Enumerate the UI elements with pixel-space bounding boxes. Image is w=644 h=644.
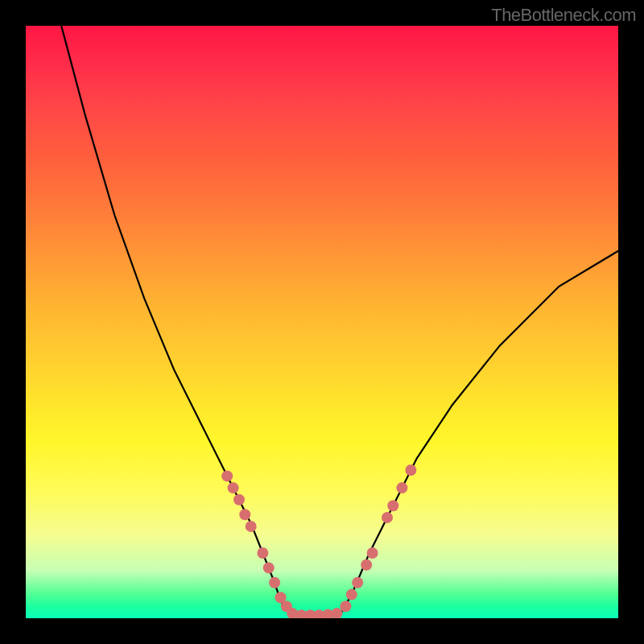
- bottleneck-curve: [61, 26, 618, 617]
- data-point: [382, 512, 393, 523]
- data-point: [346, 589, 357, 601]
- data-point: [228, 482, 239, 493]
- plot-area: [26, 26, 618, 618]
- data-point: [352, 577, 363, 588]
- data-point: [396, 482, 407, 493]
- data-point: [221, 470, 233, 481]
- data-point: [405, 464, 416, 476]
- data-point: [387, 500, 398, 511]
- data-point: [257, 547, 268, 559]
- data-point: [263, 562, 275, 573]
- data-point: [239, 509, 250, 520]
- data-point: [246, 521, 257, 532]
- data-point: [340, 601, 351, 612]
- watermark-text: TheBottleneck.com: [491, 5, 636, 26]
- data-point: [233, 494, 245, 506]
- data-point: [361, 559, 372, 571]
- data-point: [367, 547, 378, 559]
- curve-svg: [26, 26, 618, 618]
- data-point: [269, 577, 280, 588]
- data-point: [331, 608, 342, 618]
